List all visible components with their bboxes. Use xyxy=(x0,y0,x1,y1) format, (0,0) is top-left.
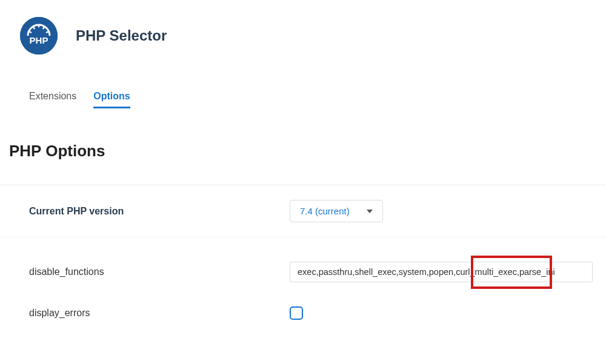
disable-functions-row: disable_functions xyxy=(0,237,606,300)
page-title: PHP Selector xyxy=(76,27,167,44)
tab-extensions[interactable]: Extensions xyxy=(29,91,76,108)
version-label: Current PHP version xyxy=(29,206,290,217)
tab-options[interactable]: Options xyxy=(93,91,130,108)
php-gauge-icon: PHP xyxy=(20,17,58,55)
display-errors-label: display_errors xyxy=(29,308,290,319)
php-version-select[interactable]: 7.4 (current) xyxy=(290,200,383,222)
display-errors-row: display_errors xyxy=(0,300,606,334)
tab-bar: Extensions Options xyxy=(0,55,606,108)
disable-functions-label: disable_functions xyxy=(29,266,290,277)
svg-text:PHP: PHP xyxy=(30,35,48,45)
chevron-down-icon xyxy=(367,210,373,213)
page-header: PHP PHP Selector xyxy=(0,0,606,55)
version-select-value: 7.4 (current) xyxy=(300,206,350,216)
display-errors-checkbox[interactable] xyxy=(290,306,303,320)
disable-functions-input[interactable] xyxy=(290,262,593,282)
version-row: Current PHP version 7.4 (current) xyxy=(0,185,606,237)
section-title: PHP Options xyxy=(0,108,606,160)
